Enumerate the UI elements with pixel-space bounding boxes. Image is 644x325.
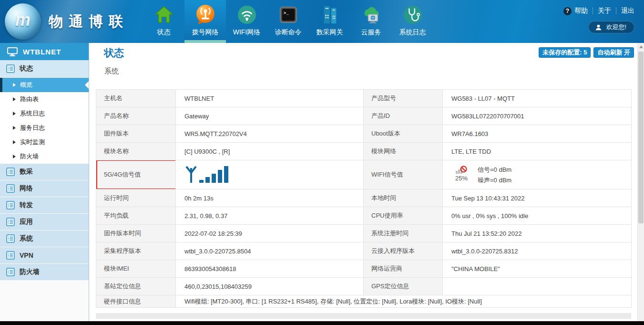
logo-sphere-icon: m xyxy=(5,3,41,40)
wifi-signal-cell: 25% 信号=0 dBm 噪声=0 dBm xyxy=(443,160,632,189)
wifi-percent: 25% xyxy=(455,175,468,182)
caret-right-icon xyxy=(13,155,16,158)
row-label: 产品名称 xyxy=(96,107,176,125)
logo-monogram: m xyxy=(15,10,31,30)
hardware-row: 硬件接口信息 Wifi模组: [MT20-300], 串口: [1 RS232+… xyxy=(96,295,632,308)
header-badges: 未保存的配置: 5 自动刷新 开 xyxy=(539,47,634,58)
nav-item-diagnostic-command[interactable]: >_ 诊断命令 xyxy=(267,0,309,43)
sidebar-item-status[interactable]: 状态 xyxy=(0,60,89,78)
brand-name: 物通博联 xyxy=(49,12,129,31)
table-row: 运行时间 0h 2m 13s 本地时间 Tue Sep 13 10:43:31 … xyxy=(96,189,632,207)
row-value: LTE, LTE TDD xyxy=(443,143,632,160)
row-label: 模块网络 xyxy=(364,143,443,160)
horizontal-scroll-track[interactable] xyxy=(96,313,631,319)
signal-row-label: 5G/4G信号值 xyxy=(96,160,176,189)
row-value: WR5.MQTT.220702V4 xyxy=(176,125,364,143)
row-label: 本地时间 xyxy=(364,189,443,207)
vertical-scrollbar[interactable] xyxy=(637,43,644,321)
row-label: WIFI信号值 xyxy=(364,160,443,189)
sidebar-item-data-collection[interactable]: 数采 xyxy=(0,164,89,180)
row-label: 系统注册时间 xyxy=(364,225,443,242)
row-label: 平均负载 xyxy=(96,207,176,225)
scroll-up-arrow-icon[interactable] xyxy=(639,45,643,48)
row-label: 云接入程序版本 xyxy=(364,242,443,260)
table-row: 产品名称 Gateway 产品ID WG583LL0722070707001 xyxy=(96,107,632,125)
device-name: WTBLNET xyxy=(23,48,61,56)
row-value: Gateway xyxy=(176,107,364,125)
scrollbar-thumb[interactable] xyxy=(638,52,644,223)
terminal-icon: >_ xyxy=(277,4,299,26)
table-row: 模块IMEI 863930054308618 网络运营商 "CHINA MOBI… xyxy=(96,260,632,278)
row-label: CPU使用率 xyxy=(364,207,443,225)
row-label: 固件版本时间 xyxy=(96,225,176,242)
sidebar-subitem-realtime-monitor[interactable]: 实时监测 xyxy=(0,135,89,149)
list-icon xyxy=(6,201,15,210)
monitor-icon xyxy=(7,47,18,56)
row-label: 硬件接口信息 xyxy=(96,295,176,308)
nav-item-cloud-service[interactable]: 云服务 xyxy=(350,0,392,43)
row-value: 0% usr , 0% sys , 100% idle xyxy=(443,207,632,225)
stethoscope-icon xyxy=(402,4,424,26)
welcome-button[interactable]: 欢迎您! xyxy=(588,21,634,33)
wifi-icon xyxy=(236,4,258,26)
logout-link[interactable]: 退出 xyxy=(621,7,634,15)
table-row: 模块名称 [C] U9300C , [R] 模块网络 LTE, LTE TDD xyxy=(96,143,632,160)
sidebar-subitem-firewall[interactable]: 防火墙 xyxy=(0,149,89,164)
wifi-disabled-icon xyxy=(455,165,468,174)
signal-label-text: 5G/4G信号值 xyxy=(104,171,141,178)
row-value: WG583LL0722070707001 xyxy=(443,107,632,125)
list-icon xyxy=(6,268,15,276)
page-title: 状态 xyxy=(104,46,124,60)
sidebar-subitem-system-log[interactable]: 系统日志 xyxy=(0,106,89,121)
sidebar-subitem-routing-table[interactable]: 路由表 xyxy=(0,92,89,106)
dialup-network-icon xyxy=(194,4,216,26)
row-label: Uboot版本 xyxy=(364,125,443,143)
sidebar-subitem-overview[interactable]: 概览 xyxy=(0,78,89,92)
sidebar-item-system[interactable]: 系统 xyxy=(0,231,89,247)
signal-row: 5G/4G信号值 xyxy=(96,160,632,189)
table-row: 平均负载 2.31, 0.98, 0.37 CPU使用率 0% usr , 0%… xyxy=(96,207,632,225)
row-value: Thu Jul 21 13:52:20 2022 xyxy=(443,225,632,242)
unsaved-config-badge[interactable]: 未保存的配置: 5 xyxy=(539,47,591,58)
about-link[interactable]: 关于 xyxy=(598,7,611,15)
sidebar-subitem-service-log[interactable]: 服务日志 xyxy=(0,121,89,135)
row-label: 模块IMEI xyxy=(96,260,176,278)
sidebar-item-network[interactable]: 网络 xyxy=(0,180,89,197)
group-label: 防火墙 xyxy=(20,268,40,276)
row-label: GPS定位信息 xyxy=(364,278,443,295)
subitem-label: 系统日志 xyxy=(20,109,45,118)
nav-item-dialup-network[interactable]: 拨号网络 xyxy=(184,0,226,43)
nav-label: WIFI网络 xyxy=(233,28,261,37)
sidebar-item-firewall-group[interactable]: 防火墙 xyxy=(0,264,89,281)
row-value: 2022-07-02 18:25:39 xyxy=(176,225,364,242)
list-icon xyxy=(6,251,15,260)
table-row: 基站定位信息 460,0,23015,108403259 GPS定位信息 xyxy=(96,278,632,295)
nav-label: 诊断命令 xyxy=(275,28,302,37)
sidebar-item-vpn[interactable]: VPN xyxy=(0,247,89,264)
top-links: ? 帮助 关于 退出 xyxy=(563,7,634,15)
sidebar-item-application[interactable]: 应用 xyxy=(0,214,89,231)
sidebar-device-header[interactable]: WTBLNET xyxy=(0,43,89,60)
group-label: 系统 xyxy=(20,234,33,243)
row-label: 运行时间 xyxy=(96,189,176,207)
sidebar-item-forwarding[interactable]: 转发 xyxy=(0,197,89,214)
row-label: 主机名 xyxy=(96,90,176,107)
caret-right-icon xyxy=(13,83,16,87)
svg-text:>_: >_ xyxy=(283,10,289,16)
row-value: wtbl_3.0.0-220725.8504 xyxy=(176,242,364,260)
help-link[interactable]: ? 帮助 xyxy=(563,7,588,15)
sidebar-status-label: 状态 xyxy=(20,64,33,73)
row-value: 863930054308618 xyxy=(176,260,364,278)
help-icon: ? xyxy=(563,7,572,15)
home-icon xyxy=(153,4,175,26)
auto-refresh-badge[interactable]: 自动刷新 开 xyxy=(593,47,634,58)
nav-item-system-log[interactable]: 系统日志 xyxy=(392,0,433,43)
brand-logo: m 物通博联 xyxy=(5,3,129,40)
nav-item-data-gateway[interactable]: 数采网关 xyxy=(309,0,350,43)
nav-item-status[interactable]: 状态 xyxy=(143,0,184,43)
nav-label: 云服务 xyxy=(361,28,381,37)
logout-label: 退出 xyxy=(621,7,634,15)
nav-item-wifi-network[interactable]: WIFI网络 xyxy=(226,0,267,43)
row-label: 固件版本 xyxy=(96,125,176,143)
group-label: VPN xyxy=(20,252,33,259)
